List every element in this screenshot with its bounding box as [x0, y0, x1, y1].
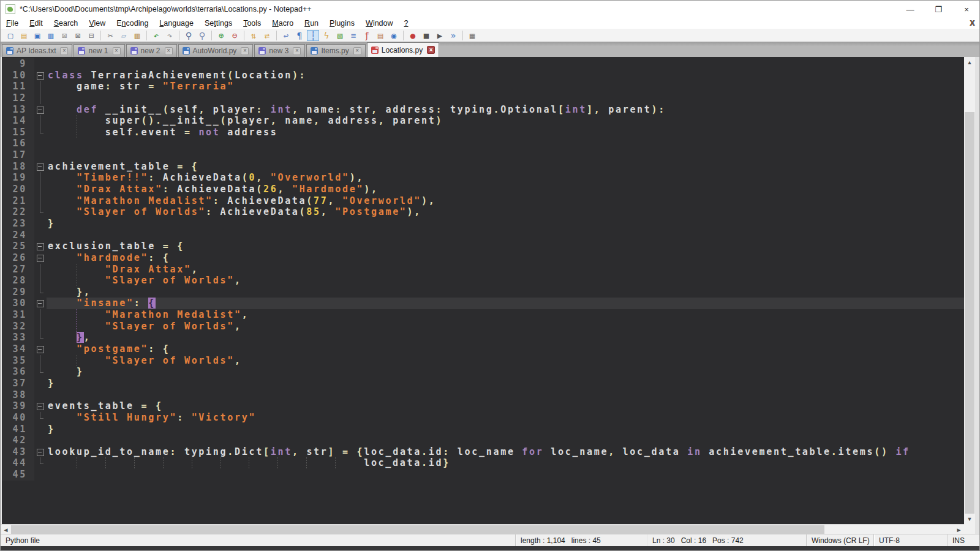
horizontal-scrollbar-thumb[interactable]: [11, 525, 824, 534]
tab-locations-py[interactable]: Locations.py×: [367, 42, 439, 57]
tab-close-icon[interactable]: ×: [165, 47, 173, 55]
scroll-left-icon[interactable]: ◄: [1, 525, 11, 534]
scroll-down-icon[interactable]: ▼: [964, 514, 975, 524]
copy-icon[interactable]: ▱: [118, 30, 130, 41]
code-line-24[interactable]: 24: [2, 230, 964, 241]
tab-close-icon[interactable]: ×: [427, 46, 435, 54]
tab-close-icon[interactable]: ×: [293, 47, 301, 55]
macro-play-icon[interactable]: ▶: [434, 30, 446, 41]
tab-new-1[interactable]: new 1×: [74, 44, 124, 57]
code-line-18[interactable]: 18achievement_table = {: [2, 161, 964, 173]
zoom-in-icon[interactable]: ⊕: [215, 30, 227, 41]
vertical-scrollbar[interactable]: ▲ ▼: [964, 57, 975, 524]
code-line-11[interactable]: 11 game: str = "Terraria": [2, 81, 964, 92]
code-line-19[interactable]: 19 "Timber!!": AchieveData(0, "Overworld…: [2, 172, 964, 184]
document-map-icon[interactable]: ▧: [334, 30, 346, 41]
folder-as-workspace-icon[interactable]: ▤: [374, 30, 386, 41]
code-line-12[interactable]: 12: [2, 92, 964, 104]
menu-item-window[interactable]: Window: [360, 18, 398, 28]
menu-item-language[interactable]: Language: [154, 18, 199, 28]
code-line-34[interactable]: 34 "postgame": {: [2, 343, 964, 355]
code-line-32[interactable]: 32 "Slayer of Worlds",: [2, 321, 964, 332]
code-line-28[interactable]: 28 "Slayer of Worlds",: [2, 275, 964, 287]
code-line-44[interactable]: 44 loc_data.id}: [2, 457, 964, 469]
restore-button[interactable]: ❐: [924, 1, 952, 18]
code-line-25[interactable]: 25exclusion_table = {: [2, 241, 964, 252]
code-line-17[interactable]: 17: [2, 149, 964, 161]
tab-close-icon[interactable]: ×: [241, 47, 249, 55]
menu-item-search[interactable]: Search: [48, 18, 84, 28]
code-line-33[interactable]: 33 },: [2, 332, 964, 343]
menu-item-run[interactable]: Run: [299, 18, 324, 28]
word-wrap-icon[interactable]: ↩: [280, 30, 292, 41]
close-all-icon[interactable]: ⊠: [72, 30, 84, 41]
code-line-21[interactable]: 21 "Marathon Medalist": AchieveData(77, …: [2, 195, 964, 207]
macro-run-multiple-icon[interactable]: »: [447, 30, 459, 41]
tab-autoworld-py[interactable]: AutoWorld.py×: [178, 44, 254, 57]
zoom-out-icon[interactable]: ⊖: [228, 30, 241, 41]
fold-collapse-icon[interactable]: [34, 70, 47, 81]
indent-guide-icon[interactable]: ┆: [307, 30, 319, 41]
code-line-15[interactable]: 15 self.event = not address: [2, 127, 964, 138]
menu-item-file[interactable]: File: [1, 18, 24, 28]
fold-collapse-icon[interactable]: [34, 343, 47, 355]
code-line-42[interactable]: 42: [2, 435, 964, 446]
menu-item-tools[interactable]: Tools: [238, 18, 266, 28]
macro-record-icon[interactable]: ●: [407, 30, 419, 41]
close-button[interactable]: ×: [952, 1, 980, 18]
fold-collapse-icon[interactable]: [34, 161, 47, 173]
code-line-23[interactable]: 23}: [2, 218, 964, 230]
save-all-icon[interactable]: ▥: [45, 30, 57, 41]
fold-collapse-icon[interactable]: [34, 446, 47, 458]
function-list-icon[interactable]: ƒ: [361, 30, 373, 41]
code-line-27[interactable]: 27 "Drax Attax",: [2, 264, 964, 276]
code-line-26[interactable]: 26 "hardmode": {: [2, 252, 964, 264]
new-file-icon[interactable]: ▢: [4, 30, 17, 41]
code-line-43[interactable]: 43lookup_id_to_name: typing.Dict[int, st…: [2, 446, 964, 458]
minimize-button[interactable]: —: [896, 1, 924, 18]
code-line-10[interactable]: 10class TerrariaAchievement(Location):: [2, 70, 964, 81]
fold-collapse-icon[interactable]: [34, 241, 47, 252]
menu-item-encoding[interactable]: Encoding: [111, 18, 154, 28]
print-icon[interactable]: ⊟: [85, 30, 97, 41]
save-icon[interactable]: ▣: [31, 30, 43, 41]
tab-close-icon[interactable]: ×: [353, 47, 361, 55]
function-completion-icon[interactable]: ϟ: [320, 30, 333, 41]
replace-icon[interactable]: ⚲: [196, 30, 208, 41]
menu-item-macro[interactable]: Macro: [266, 18, 299, 28]
code-line-29[interactable]: 29 },: [2, 287, 964, 298]
document-list-icon[interactable]: ≡: [347, 30, 360, 41]
code-line-16[interactable]: 16: [2, 138, 964, 149]
tab-new-2[interactable]: new 2×: [126, 44, 177, 57]
menu-item-edit[interactable]: Edit: [24, 18, 48, 28]
code-line-41[interactable]: 41}: [2, 424, 964, 435]
code-editor[interactable]: 910class TerrariaAchievement(Location):1…: [1, 57, 964, 524]
show-all-characters-icon[interactable]: ¶: [293, 30, 306, 41]
code-line-22[interactable]: 22 "Slayer of Worlds": AchieveData(85, "…: [2, 206, 964, 218]
horizontal-scrollbar[interactable]: ◄ ►: [1, 524, 964, 534]
file-monitoring-icon[interactable]: ◉: [388, 30, 400, 41]
status-insert-mode[interactable]: INS: [947, 534, 980, 547]
fold-collapse-icon[interactable]: [34, 400, 47, 412]
code-line-37[interactable]: 37}: [2, 378, 964, 389]
macro-save-icon[interactable]: ▦: [466, 30, 478, 41]
code-line-20[interactable]: 20 "Drax Attax": AchieveData(26, "Hardmo…: [2, 184, 964, 195]
sync-vertical-icon[interactable]: ⇅: [247, 30, 260, 41]
code-line-35[interactable]: 35 "Slayer of Worlds",: [2, 355, 964, 367]
sync-horizontal-icon[interactable]: ⇄: [261, 30, 273, 41]
code-line-14[interactable]: 14 super().__init__(player, name, addres…: [2, 115, 964, 127]
undo-icon[interactable]: ↶: [150, 30, 162, 41]
fold-collapse-icon[interactable]: [34, 298, 47, 309]
code-line-38[interactable]: 38: [2, 389, 964, 401]
paste-icon[interactable]: ▥: [131, 30, 143, 41]
status-eol-format[interactable]: Windows (CR LF): [806, 534, 873, 547]
find-icon[interactable]: ⚲: [183, 30, 195, 41]
open-file-icon[interactable]: ▤: [18, 30, 30, 41]
code-line-40[interactable]: 40 "Still Hungry": "Victory": [2, 412, 964, 424]
fold-collapse-icon[interactable]: [34, 252, 47, 264]
tab-items-py[interactable]: Items.py×: [306, 44, 365, 57]
scroll-right-icon[interactable]: ►: [954, 525, 964, 534]
menu-item-plugins[interactable]: Plugins: [324, 18, 360, 28]
close-icon[interactable]: ⊠: [58, 30, 70, 41]
code-line-36[interactable]: 36 }: [2, 366, 964, 378]
